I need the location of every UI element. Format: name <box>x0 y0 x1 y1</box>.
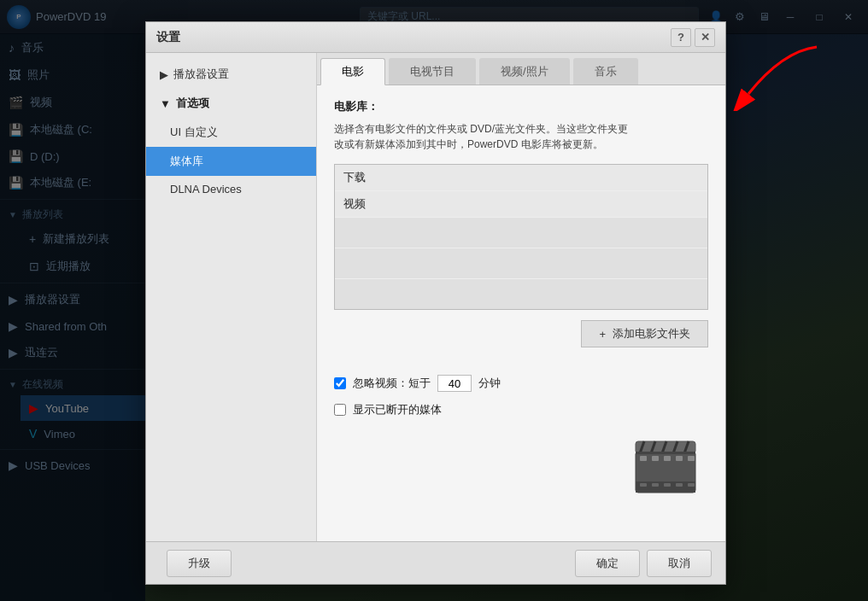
svg-rect-11 <box>688 483 695 487</box>
show-disconnected-checkbox[interactable] <box>334 404 346 416</box>
dialog-nav: ▶ 播放器设置 ▼ 首选项 UI 自定义 媒体库 DLNA Devices <box>146 53 317 541</box>
upgrade-button[interactable]: 升级 <box>167 550 232 577</box>
library-label: 电影库： <box>334 99 708 114</box>
ignore-video-label: 忽略视频：短于 <box>353 376 431 391</box>
svg-rect-1 <box>636 481 695 493</box>
dialog-title-buttons: ? ✕ <box>671 28 715 47</box>
ignore-video-row: 忽略视频：短于 分钟 <box>334 375 708 392</box>
minute-label: 分钟 <box>478 376 501 391</box>
svg-rect-10 <box>676 483 683 487</box>
tab-video-photo[interactable]: 视频/照片 <box>479 58 570 85</box>
nav-dlna[interactable]: DLNA Devices <box>146 176 316 202</box>
ignore-video-checkbox[interactable] <box>334 377 346 389</box>
dialog-footer: 升级 确定 取消 <box>146 541 725 584</box>
library-description: 选择含有电影文件的文件夹或 DVD/蓝光文件夹。当这些文件夹更改或有新媒体添加到… <box>334 121 708 152</box>
svg-rect-4 <box>664 456 671 461</box>
folder-item-empty-2[interactable] <box>335 248 707 279</box>
svg-rect-5 <box>676 456 683 461</box>
nav-ui-customize[interactable]: UI 自定义 <box>146 118 316 147</box>
svg-rect-9 <box>664 483 671 487</box>
nav-media-label: 媒体库 <box>170 154 203 169</box>
add-folder-button[interactable]: + 添加电影文件夹 <box>581 320 708 347</box>
nav-player-arrow: ▶ <box>160 68 168 81</box>
folder-item-empty-1[interactable] <box>335 218 707 248</box>
content-area: 电影库： 选择含有电影文件的文件夹或 DVD/蓝光文件夹。当这些文件夹更改或有新… <box>317 85 725 541</box>
nav-dlna-label: DLNA Devices <box>170 183 242 195</box>
nav-player-settings[interactable]: ▶ 播放器设置 <box>146 60 316 89</box>
dialog-content: 电影 电视节目 视频/照片 音乐 电影库： 选择含有电影文件的文件夹或 DVD/… <box>317 53 725 541</box>
tab-movie[interactable]: 电影 <box>320 58 385 85</box>
dialog-title-bar: 设置 ? ✕ <box>146 22 725 53</box>
tab-music[interactable]: 音乐 <box>573 58 638 85</box>
svg-rect-7 <box>640 483 647 487</box>
minute-input[interactable] <box>437 375 472 392</box>
nav-preferences-arrow: ▼ <box>160 97 171 110</box>
nav-media-library[interactable]: 媒体库 <box>146 147 316 176</box>
tab-tv[interactable]: 电视节目 <box>389 58 476 85</box>
tab-bar: 电影 电视节目 视频/照片 音乐 <box>317 53 725 85</box>
dialog-title-text: 设置 <box>156 30 180 45</box>
nav-player-label: 播放器设置 <box>173 67 229 82</box>
svg-rect-6 <box>688 456 695 461</box>
show-disconnected-label: 显示已断开的媒体 <box>353 402 442 417</box>
nav-preferences-label: 首选项 <box>176 96 209 111</box>
ok-button[interactable]: 确定 <box>575 550 640 577</box>
footer-left: 升级 <box>160 550 568 577</box>
dialog-help-button[interactable]: ? <box>671 28 691 47</box>
dialog-body: ▶ 播放器设置 ▼ 首选项 UI 自定义 媒体库 DLNA Devices 电影 <box>146 53 725 541</box>
folder-item-empty-3[interactable] <box>335 279 707 309</box>
add-folder-plus: + <box>599 328 606 341</box>
add-folder-label: 添加电影文件夹 <box>613 326 690 341</box>
folder-list: 下载 视频 <box>334 164 708 310</box>
svg-rect-8 <box>652 483 659 487</box>
film-icon <box>631 435 700 494</box>
dialog-close-button[interactable]: ✕ <box>695 28 715 47</box>
folder-item-video[interactable]: 视频 <box>335 191 707 218</box>
show-disconnected-row: 显示已断开的媒体 <box>334 402 708 417</box>
nav-preferences-header[interactable]: ▼ 首选项 <box>146 89 316 118</box>
svg-rect-3 <box>652 456 659 461</box>
cancel-button[interactable]: 取消 <box>647 550 712 577</box>
svg-rect-18 <box>636 452 695 454</box>
nav-ui-label: UI 自定义 <box>170 125 218 140</box>
svg-rect-2 <box>640 456 647 461</box>
film-icon-area <box>334 435 708 494</box>
folder-item-downloads[interactable]: 下载 <box>335 165 707 191</box>
settings-dialog: 设置 ? ✕ ▶ 播放器设置 ▼ 首选项 UI 自定义 媒体库 DLNA De <box>145 21 726 585</box>
